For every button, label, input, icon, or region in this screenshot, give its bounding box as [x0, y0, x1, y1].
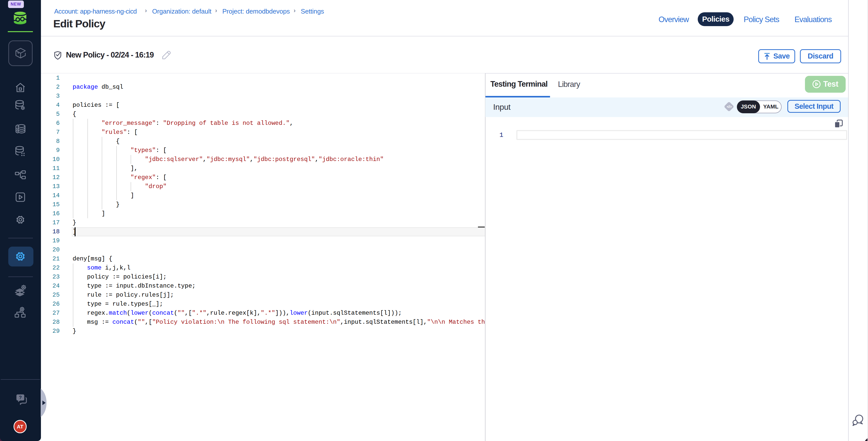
- svg-text:?: ?: [19, 395, 22, 400]
